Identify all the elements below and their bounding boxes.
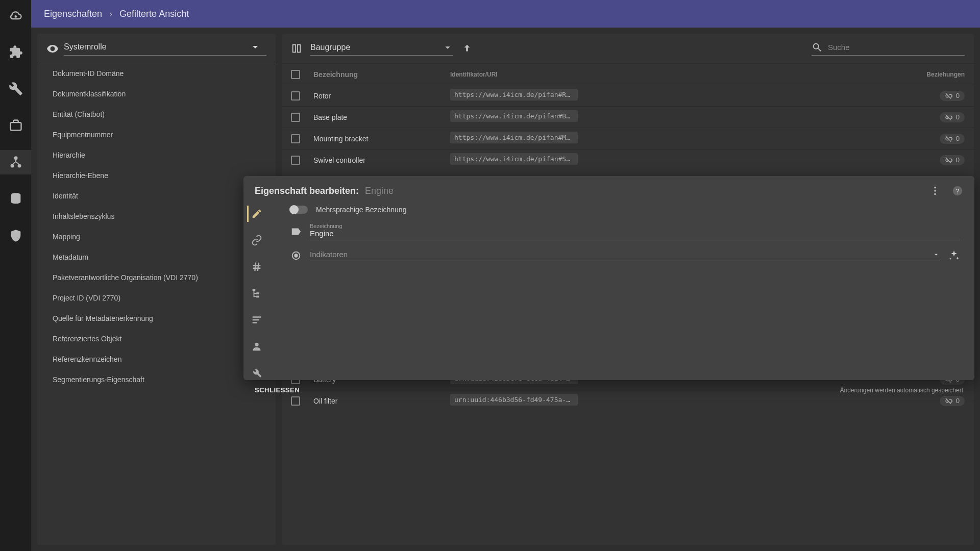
- close-button[interactable]: SCHLIESSEN: [255, 386, 300, 394]
- table-row[interactable]: Swivel controllerhttps://www.i4icm.de/pi…: [282, 149, 974, 170]
- breadcrumb-current: Gefilterte Ansicht: [119, 9, 189, 19]
- arrow-up-icon[interactable]: [461, 43, 473, 54]
- sidebar-selector[interactable]: Systemrolle: [64, 41, 266, 56]
- svg-text:?: ?: [955, 187, 959, 195]
- modal-tab-person[interactable]: [248, 338, 266, 355]
- sidebar-item[interactable]: Identität: [37, 186, 276, 206]
- svg-point-9: [934, 193, 936, 195]
- rail-database-icon[interactable]: [0, 187, 31, 211]
- svg-rect-13: [256, 292, 259, 294]
- breadcrumb-root[interactable]: Eigenschaften: [44, 9, 102, 19]
- row-uri: https://www.i4icm.de/pifan#Rotor: [450, 89, 578, 101]
- row-label: Base plate: [313, 113, 450, 121]
- row-relations-badge[interactable]: 0: [940, 112, 965, 122]
- sidebar-item[interactable]: Hierarchie-Ebene: [37, 165, 276, 186]
- svg-point-2: [10, 164, 14, 168]
- sidebar-item[interactable]: Quelle für Metadatenerkennung: [37, 308, 276, 329]
- search-icon: [812, 42, 823, 53]
- sidebar: Systemrolle Dokument-ID DomäneDokumentkl…: [37, 34, 276, 545]
- svg-point-17: [295, 254, 298, 257]
- rail-wrench-icon[interactable]: [0, 77, 31, 101]
- modal-subject: Engine: [365, 186, 394, 196]
- modal-tab-tree[interactable]: [248, 285, 266, 302]
- row-checkbox[interactable]: [291, 113, 300, 122]
- modal-tab-tools[interactable]: [248, 365, 266, 381]
- col-header-rel: Beziehungen: [919, 71, 965, 78]
- row-relations-badge[interactable]: 0: [940, 155, 965, 165]
- main-selector-label: Baugruppe: [310, 43, 350, 52]
- svg-rect-14: [256, 296, 259, 298]
- chevron-down-icon: [933, 251, 940, 258]
- sidebar-item[interactable]: Dokument-ID Domäne: [37, 63, 276, 84]
- multilang-toggle[interactable]: [290, 206, 308, 214]
- label-icon: [290, 226, 302, 237]
- search-box[interactable]: [812, 42, 965, 56]
- row-relations-badge[interactable]: 0: [940, 134, 965, 144]
- multilang-label: Mehrsprachige Bezeichnung: [316, 206, 406, 214]
- svg-rect-12: [253, 289, 256, 291]
- modal-title: Eigenschaft bearbeiten:: [255, 186, 359, 196]
- more-icon[interactable]: [929, 185, 941, 196]
- svg-point-3: [17, 164, 21, 168]
- svg-point-8: [934, 190, 936, 192]
- eye-icon: [46, 42, 59, 55]
- sidebar-item[interactable]: Mapping: [37, 227, 276, 247]
- label-field-value: Engine: [310, 229, 960, 238]
- sidebar-item[interactable]: Dokumentklassifikation: [37, 84, 276, 104]
- svg-rect-0: [10, 122, 21, 130]
- svg-point-15: [255, 343, 258, 346]
- row-label: Swivel controller: [313, 156, 450, 164]
- rail-hierarchy-icon[interactable]: [0, 150, 31, 174]
- sidebar-item[interactable]: Referenziertes Objekt: [37, 329, 276, 349]
- svg-point-1: [14, 156, 17, 160]
- sidebar-item[interactable]: Metadatum: [37, 247, 276, 267]
- row-checkbox[interactable]: [291, 91, 300, 101]
- row-checkbox[interactable]: [291, 156, 300, 165]
- column-icon: [291, 43, 302, 54]
- row-checkbox[interactable]: [291, 134, 300, 143]
- sidebar-item[interactable]: Inhaltslebenszyklus: [37, 206, 276, 227]
- svg-rect-6: [298, 45, 301, 53]
- indicator-dropdown[interactable]: Indikatoren: [310, 250, 940, 261]
- row-label: Mounting bracket: [313, 135, 450, 143]
- row-label: Rotor: [313, 92, 450, 100]
- sparkle-icon[interactable]: [948, 249, 960, 262]
- sidebar-item[interactable]: Paketverantwortliche Organisation (VDI 2…: [37, 267, 276, 288]
- table-row[interactable]: Mounting brackethttps://www.i4icm.de/pif…: [282, 128, 974, 149]
- help-icon[interactable]: ?: [952, 185, 963, 196]
- label-field[interactable]: Bezeichnung Engine: [310, 223, 960, 240]
- sidebar-item[interactable]: Equipmentnummer: [37, 124, 276, 145]
- table-header: Bezeichnung Identifikator/URI Beziehunge…: [282, 63, 974, 85]
- rail-cloud-icon[interactable]: [0, 3, 31, 28]
- breadcrumb-separator: ›: [109, 9, 112, 19]
- row-relations-badge[interactable]: 0: [940, 91, 965, 101]
- sidebar-item[interactable]: Entität (Chatbot): [37, 104, 276, 124]
- chevron-down-icon: [442, 42, 453, 53]
- sidebar-item[interactable]: Hierarchie: [37, 145, 276, 165]
- modal-tab-text[interactable]: [248, 312, 266, 328]
- modal-tab-edit[interactable]: [247, 206, 265, 222]
- svg-rect-5: [293, 45, 296, 53]
- search-input[interactable]: [828, 43, 965, 52]
- col-header-label: Bezeichnung: [313, 70, 450, 79]
- sidebar-selector-label: Systemrolle: [64, 42, 107, 52]
- sidebar-item[interactable]: Referenzkennzeichen: [37, 349, 276, 369]
- target-icon: [290, 250, 302, 261]
- sidebar-item[interactable]: Project ID (VDI 2770): [37, 288, 276, 308]
- edit-property-modal: Eigenschaft bearbeiten: Engine ? Mehrspr…: [243, 176, 974, 380]
- row-uri: https://www.i4icm.de/pifan#SwivelControl…: [450, 153, 578, 165]
- rail-puzzle-icon[interactable]: [0, 40, 31, 64]
- rail-briefcase-icon[interactable]: [0, 113, 31, 138]
- select-all-checkbox[interactable]: [291, 70, 300, 79]
- col-header-uri: Identifikator/URI: [450, 71, 919, 78]
- modal-tab-hash[interactable]: [248, 259, 266, 275]
- row-uri: https://www.i4icm.de/pifan#BasePlate: [450, 110, 578, 122]
- autosave-hint: Änderungen werden automatisch gespeicher…: [840, 387, 964, 394]
- table-row[interactable]: Base platehttps://www.i4icm.de/pifan#Bas…: [282, 106, 974, 128]
- main-selector[interactable]: Baugruppe: [310, 42, 453, 56]
- rail-shield-icon[interactable]: [0, 223, 31, 248]
- table-row[interactable]: Rotorhttps://www.i4icm.de/pifan#Rotor0: [282, 85, 974, 106]
- left-rail: [0, 0, 31, 551]
- modal-tab-link[interactable]: [248, 232, 266, 248]
- sidebar-item[interactable]: Segmentierungs-Eigenschaft: [37, 369, 276, 390]
